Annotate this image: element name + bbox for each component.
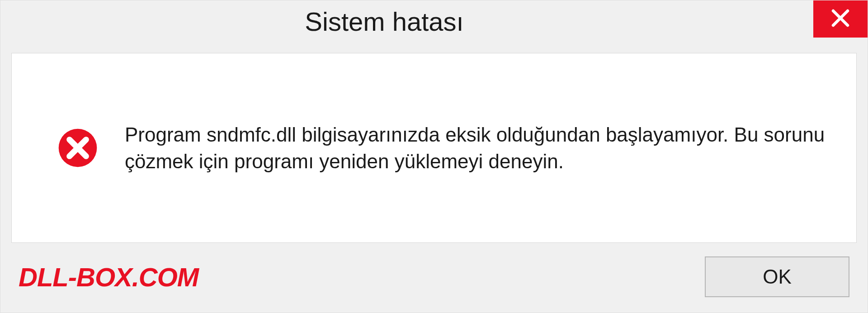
error-message: Program sndmfc.dll bilgisayarınızda eksi…	[125, 121, 829, 175]
ok-button-label: OK	[763, 266, 792, 288]
watermark-text: DLL-BOX.COM	[19, 262, 198, 292]
footer-bar: DLL-BOX.COM OK	[0, 243, 868, 313]
ok-button[interactable]: OK	[705, 256, 849, 297]
close-icon	[830, 7, 851, 31]
dialog-title: Sistem hatası	[9, 6, 813, 37]
error-dialog: Sistem hatası Program sndmfc.dll bilgisa…	[0, 0, 868, 313]
close-button[interactable]	[813, 0, 868, 38]
title-bar: Sistem hatası	[0, 0, 868, 42]
content-panel: Program sndmfc.dll bilgisayarınızda eksi…	[11, 53, 857, 243]
error-icon	[57, 127, 99, 169]
